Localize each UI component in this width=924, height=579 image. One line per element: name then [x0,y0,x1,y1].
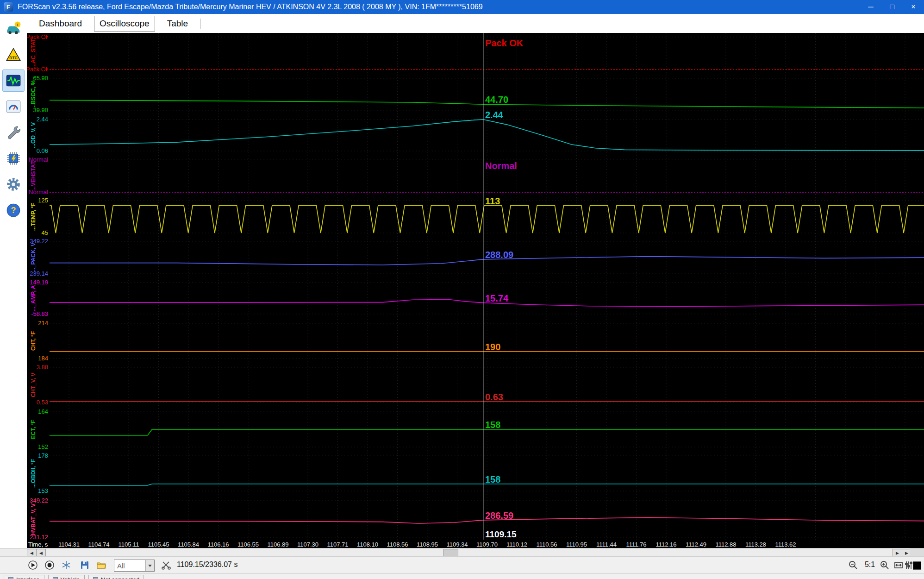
channel-name-label: ...AC_STAT [30,38,37,68]
dtc-icon-label: DTC [9,56,17,60]
axis-min-label: 239.14 [27,270,48,277]
minimize-button[interactable]: ─ [860,0,881,14]
cursor-value-label: 0.63 [485,392,503,403]
oscilloscope-chart[interactable]: ...AC_STATPack OKPack OKPack OK...BSOC, … [27,33,924,548]
axis-min-label: Pack OK [27,66,48,73]
gridlines [50,33,924,540]
status-connection: Not connected [88,575,144,579]
time-tick-label: 1109.34 [443,541,472,548]
channel-name-label: CHT_V, V [30,373,37,397]
open-folder-icon[interactable] [95,559,107,571]
time-tick-label: 1106.89 [263,541,293,548]
freeze-snowflake-icon[interactable] [60,559,72,571]
scroll-right-icon[interactable]: ▶ [893,549,902,557]
cursor-value-label: Pack OK [485,38,523,49]
time-tick-label: 1109.70 [472,541,502,548]
vehicle-info-icon[interactable]: i [2,18,25,40]
cursor-value-label: Normal [485,161,517,171]
module-programming-chip-icon[interactable] [2,147,25,170]
cut-scissors-icon[interactable] [160,559,172,571]
channel-name-label: ...VEHSTAT [30,161,37,191]
channel-name-label: ..._PACK, V [30,243,37,272]
help-icon[interactable]: ? [2,199,25,221]
axis-min-label: 184 [27,355,48,362]
scroll-left-icon[interactable]: ◀ [36,549,46,557]
axis-max-label: 3.88 [27,364,48,371]
time-tick-label: 1105.45 [144,541,174,548]
time-tick-label: 1113.28 [741,541,771,548]
time-tick-label: 1113.62 [771,541,800,548]
axis-max-label: Pack OK [27,33,48,41]
tab-dashboard[interactable]: Dashboard [33,16,87,31]
cursor-value-label: 190 [485,342,500,352]
channel-name-label: ...BSOC, % [30,80,37,108]
cursor-value-label: 2.44 [485,110,503,120]
dashboard-gauges-icon[interactable] [2,95,25,118]
status-interface: Interface [4,575,44,579]
time-tick-label: 1105.84 [174,541,203,548]
tab-table[interactable]: Table [162,16,194,31]
scroll-left-fast-icon[interactable]: ◀ [27,549,37,557]
axis-max-label: Normal [27,156,48,164]
axis-min-label: 153 [27,487,48,495]
axis-max-label: 164 [27,408,48,415]
dtc-icon[interactable]: DTC [2,44,25,66]
channel-name-label: HVBAT_V, V [30,503,37,535]
title-bar: F FORScan v2.3.56 release, Ford Escape/M… [0,0,924,14]
time-axis-label: Time, s [28,541,48,548]
axis-min-label: 0.53 [27,399,48,406]
axis-min-label: 231.12 [27,534,48,541]
channel-name-label: ...TEMP, °F [30,203,37,231]
time-tick-label: 1110.56 [532,541,562,548]
axis-max-label: 125 [27,197,48,204]
time-tick-label: 1108.56 [383,541,412,548]
oscilloscope-icon[interactable] [2,69,25,92]
record-stop-button[interactable] [44,559,56,571]
time-tick-label: 1105.11 [114,541,144,548]
scrollbar-thumb[interactable] [443,549,458,557]
time-tick-label: 1110.95 [562,541,592,548]
time-tick-label: 1108.95 [412,541,442,548]
background-color-swatch[interactable] [913,561,921,570]
axis-min-label: 39.90 [27,107,48,114]
axis-max-label: 349.22 [27,238,48,245]
close-button[interactable]: × [903,0,924,14]
horizontal-scrollbar[interactable]: ◀ ◀ ▶ ▶ [0,548,924,557]
save-button[interactable] [79,559,91,571]
oscilloscope-plot[interactable] [27,33,924,548]
status-vehicle-label: Vehicle [61,576,80,579]
play-button[interactable] [27,559,39,571]
zoom-out-icon[interactable] [847,559,859,571]
time-tick-label: 1104.74 [84,541,114,548]
axis-min-label: 45 [27,229,48,237]
zoom-in-icon[interactable] [879,559,891,571]
axis-max-label: 349.22 [27,497,48,504]
axis-max-label: 149.19 [27,279,48,286]
cursor-value-label: 288.09 [485,250,513,260]
chevron-down-icon[interactable] [145,560,154,571]
status-connection-label: Not connected [101,576,140,579]
channel-name-label: ..._AMP, A [30,285,37,312]
window-controls: ─ □ × [860,0,924,14]
channel-name-label: CHT, °F [30,331,37,351]
axis-max-label: 65.90 [27,75,48,82]
time-tick-label: 1112.88 [711,541,741,548]
cursor-time-label: 1109.15 [485,529,517,540]
time-tick-label: 1106.55 [233,541,263,548]
status-dot-icon [53,577,58,579]
time-tick-label: 1112.16 [651,541,681,548]
tab-oscilloscope[interactable]: Oscilloscope [94,16,155,31]
time-tick-label: 1112.49 [681,541,711,548]
signal-filter-dropdown[interactable]: All [114,560,155,572]
trace--od-v-v [50,120,924,151]
axis-min-label: 152 [27,443,48,451]
axis-min-label: -58.83 [27,310,48,318]
cursor-value-label: 158 [485,474,500,485]
maximize-button[interactable]: □ [881,0,903,14]
status-interface-label: Interface [16,576,40,579]
tab-divider [200,19,200,29]
axis-min-label: 0.06 [27,147,48,155]
settings-gear-icon[interactable] [2,173,25,195]
playback-position-text: 1109.15/2336.07 s [177,560,237,569]
service-wrench-icon[interactable] [2,121,25,144]
